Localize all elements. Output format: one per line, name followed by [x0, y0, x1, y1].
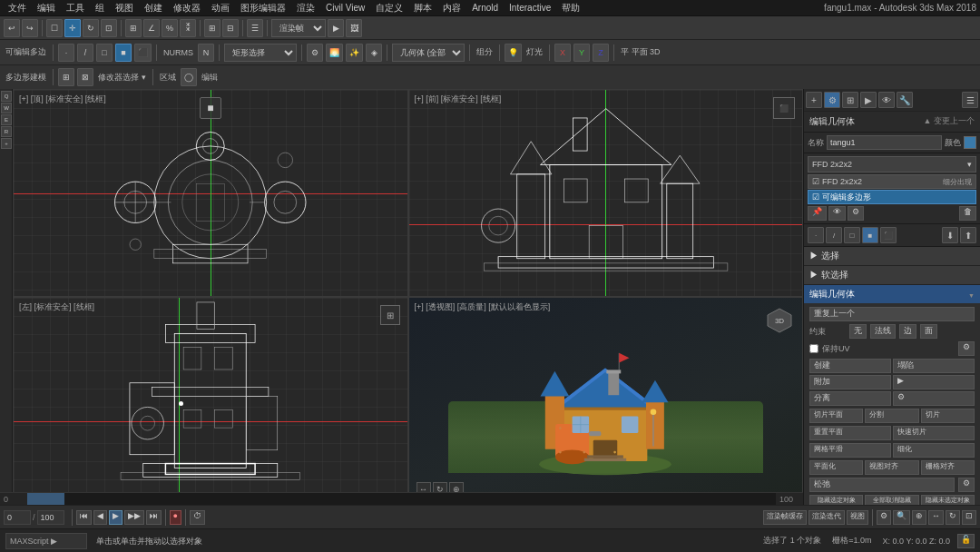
vp-pause-icon[interactable]: ■: [200, 97, 221, 119]
tool-select[interactable]: Q: [1, 91, 12, 102]
menu-customize[interactable]: 自定义: [371, 1, 407, 15]
menu-content[interactable]: 内容: [438, 1, 466, 15]
render-view-btn[interactable]: 🖼: [346, 19, 362, 37]
play-last-btn[interactable]: ⏭: [146, 510, 162, 525]
vp-left-corner-btn[interactable]: ⊞: [380, 305, 400, 325]
viewport-left-label[interactable]: [左] [标准安全] [线框]: [19, 301, 94, 313]
stack-top-btn[interactable]: ⬆: [960, 227, 976, 243]
eg-hide-unsel-btn[interactable]: 隐藏未选定对象: [921, 495, 975, 505]
modifier-dropdown[interactable]: FFD 2x2x2 ▾: [808, 156, 976, 172]
play-btn[interactable]: ▶: [109, 510, 122, 525]
polygon-mode-btn[interactable]: ■: [115, 44, 132, 62]
subobj-poly[interactable]: ■: [862, 227, 878, 243]
xyz-z-btn[interactable]: Z: [593, 44, 609, 62]
stack-show-btn[interactable]: 👁: [828, 206, 846, 221]
render-iter-btn[interactable]: 渲染迭代: [808, 510, 845, 525]
eg-view-align-btn[interactable]: 视图对齐: [865, 460, 918, 475]
menu-graph-editor[interactable]: 图形编辑器: [236, 1, 290, 15]
render-btn[interactable]: ▶: [328, 19, 344, 37]
env-effects-btn[interactable]: 🌅: [326, 44, 343, 62]
eg-face-btn[interactable]: 面: [920, 324, 937, 339]
rp-scene-icon[interactable]: ☰: [962, 92, 978, 108]
render-settings-btn[interactable]: ⚙: [877, 510, 891, 525]
vp-view-cube[interactable]: ⬛: [773, 97, 795, 119]
filter-dropdown[interactable]: 几何体 (全部): [392, 44, 465, 62]
edge-mode-btn[interactable]: /: [77, 44, 93, 62]
play-next-btn[interactable]: ▶▶: [124, 510, 144, 525]
select-move-btn[interactable]: ✛: [64, 19, 81, 37]
xyz-y-btn[interactable]: Y: [573, 44, 590, 62]
eg-none-btn[interactable]: 无: [849, 324, 867, 339]
scale-btn[interactable]: ⊡: [101, 19, 117, 37]
eg-detach-btn[interactable]: 分离: [809, 391, 891, 406]
viewport-nav-btn4[interactable]: ↻: [946, 510, 960, 525]
menu-modifier[interactable]: 修改器: [169, 1, 205, 15]
menu-script[interactable]: 脚本: [409, 1, 436, 15]
edit-geometry-header[interactable]: 编辑几何体: [804, 285, 980, 303]
viewport-nav-btn5[interactable]: ⊡: [962, 510, 976, 525]
viewport-nav-btn2[interactable]: ⊕: [912, 510, 926, 525]
menu-render[interactable]: 渲染: [292, 1, 319, 15]
constraint-dropdown[interactable]: 矩形选择: [224, 44, 297, 62]
frame-input[interactable]: [4, 510, 31, 525]
subobj-edge[interactable]: /: [826, 227, 842, 243]
viewport-front[interactable]: [+] [前] [标准安全] [线框]: [408, 89, 804, 297]
play-first-btn[interactable]: ⏮: [76, 510, 92, 525]
eg-slice-plane-btn[interactable]: 切片平面: [809, 409, 863, 423]
subobj-vertex[interactable]: ·: [808, 227, 824, 243]
key-mode-btn[interactable]: ●: [170, 510, 181, 525]
rotate-btn[interactable]: ↻: [83, 19, 99, 37]
angle-snap-btn[interactable]: ∠: [143, 19, 160, 37]
rp-display-icon[interactable]: 👁: [878, 92, 895, 108]
menu-file[interactable]: 文件: [4, 1, 31, 15]
element-mode-btn[interactable]: ⬛: [134, 44, 152, 62]
eg-detach-set-btn[interactable]: ⚙: [893, 391, 975, 406]
menu-group[interactable]: 组: [91, 1, 109, 15]
timeline-track[interactable]: [27, 493, 776, 505]
stack-bottom-btn[interactable]: ⬇: [942, 227, 958, 243]
render-frame-btn[interactable]: 渲染帧缓存: [763, 510, 807, 525]
vp-perspective-cube[interactable]: 3D: [766, 307, 793, 334]
eg-keep-uv-check[interactable]: [809, 344, 818, 353]
eg-hide-sel-btn[interactable]: 隐藏选定对象: [809, 495, 863, 505]
eg-normal-btn[interactable]: 法线: [870, 324, 896, 339]
nurms-toggle[interactable]: N: [198, 44, 214, 62]
border-mode-btn[interactable]: □: [96, 44, 113, 62]
eg-keep-uv-btn[interactable]: ⚙: [958, 341, 975, 356]
modifier-name-input[interactable]: [827, 135, 942, 150]
eg-relax-settings-btn[interactable]: ⚙: [958, 478, 975, 492]
eg-repeat-btn[interactable]: 重复上一个: [809, 307, 975, 321]
eg-collapse-btn[interactable]: 塌陷: [893, 359, 975, 373]
viewport-left[interactable]: [左] [标准安全] [线框]: [13, 297, 408, 505]
stack-config-btn[interactable]: ⚙: [848, 206, 864, 221]
play-prev-btn[interactable]: ◀: [93, 510, 107, 525]
render-viewport-btn[interactable]: 视图: [847, 510, 868, 525]
lock-btn[interactable]: 🔓: [957, 534, 975, 548]
menu-civil-view[interactable]: Civil View: [321, 2, 369, 14]
redo-button[interactable]: ↪: [22, 19, 38, 37]
material-editor-btn[interactable]: ◈: [366, 44, 382, 62]
menu-animation[interactable]: 动画: [207, 1, 234, 15]
loop-btn[interactable]: ◯: [181, 68, 197, 86]
undo-button[interactable]: ↩: [4, 19, 20, 37]
viewport-nav-btn1[interactable]: 🔍: [893, 510, 910, 525]
menu-interactive[interactable]: Interactive: [505, 2, 555, 14]
snap-toggle-btn[interactable]: ⊞: [125, 19, 142, 37]
eg-planarize-btn[interactable]: 平面化: [809, 460, 863, 475]
soft-selection-header[interactable]: ▶ 软选择: [804, 266, 980, 284]
mirror-btn[interactable]: ⊞: [204, 19, 220, 37]
render-setup-dropdown[interactable]: 渲染帧: [271, 19, 326, 37]
effects-btn[interactable]: ✨: [346, 44, 363, 62]
percent-snap-btn[interactable]: %: [162, 19, 178, 37]
rp-create-icon[interactable]: +: [806, 92, 822, 108]
menu-view[interactable]: 视图: [111, 1, 138, 15]
eg-slice-btn[interactable]: 切片: [921, 409, 975, 423]
eg-edge-btn[interactable]: 边: [899, 324, 916, 339]
viewport-front-label[interactable]: [+] [前] [标准安全] [线框]: [415, 94, 502, 105]
eg-grid-align-btn[interactable]: 栅格对齐: [921, 460, 975, 475]
tool-scale[interactable]: R: [1, 126, 12, 137]
panel-nav[interactable]: ▲ 变更上一个: [924, 115, 975, 127]
eg-create-btn[interactable]: 创建: [809, 359, 891, 373]
select-object-btn[interactable]: ☐: [46, 19, 63, 37]
menu-edit[interactable]: 编辑: [33, 1, 60, 15]
